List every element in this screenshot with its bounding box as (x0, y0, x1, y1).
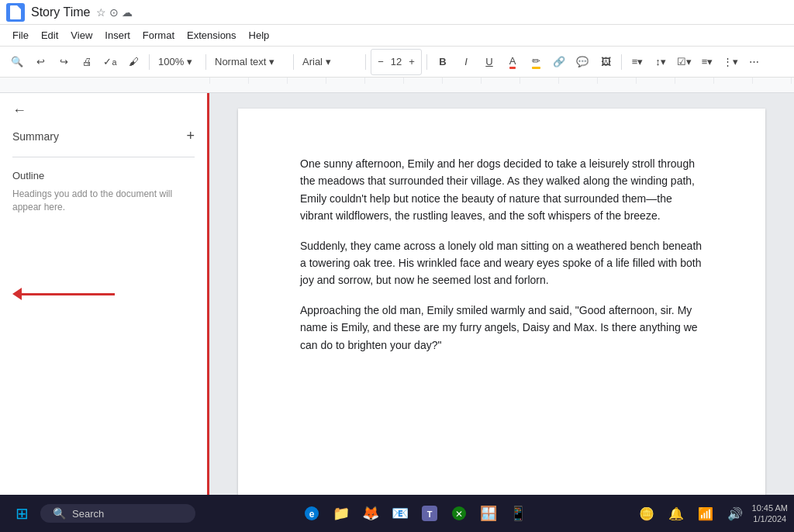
sidebar-outline-label: Outline (12, 170, 195, 181)
taskbar-search-bar[interactable]: 🔍 Search (40, 504, 195, 523)
bullet-list-button[interactable]: ≡▾ (696, 51, 718, 73)
more-button[interactable]: ⋯ (743, 51, 765, 73)
redo-button[interactable]: ↪ (53, 51, 74, 73)
increase-font-button[interactable]: + (406, 51, 418, 73)
cloud-icon[interactable]: ☁ (122, 6, 133, 19)
main-area: ← Summary + Outline Headings you add to … (0, 93, 794, 495)
taskbar-notifications-icon[interactable]: 🔔 (664, 501, 689, 526)
paint-format-button[interactable]: 🖌 (123, 51, 144, 73)
divider-1 (149, 54, 150, 70)
sidebar-add-button[interactable]: + (186, 128, 195, 144)
sidebar-outline-hint: Headings you add to the document will ap… (12, 188, 195, 214)
menu-help[interactable]: Help (243, 28, 276, 43)
paragraph-2: Suddenly, they came across a lonely old … (300, 237, 703, 289)
divider-6 (621, 54, 622, 70)
windows-start-button[interactable]: ⊞ (6, 499, 37, 527)
print-button[interactable]: 🖨 (76, 51, 98, 73)
menu-bar: File Edit View Insert Format Extensions … (0, 25, 794, 47)
divider-2 (205, 54, 206, 70)
menu-view[interactable]: View (64, 28, 98, 43)
windows-icon: ⊞ (16, 504, 29, 523)
sidebar-divider (12, 157, 195, 157)
svg-text:e: e (309, 509, 314, 520)
document-area[interactable]: One sunny afternoon, Emily and her dogs … (209, 93, 794, 495)
chevron-down-icon: ▾ (269, 56, 274, 67)
spellcheck-button[interactable]: ✓a (99, 51, 121, 73)
doc-icon (6, 3, 25, 22)
history-icon[interactable]: ⊙ (109, 6, 119, 19)
taskbar-app-edge[interactable]: e (298, 499, 326, 527)
ruler (0, 78, 794, 93)
taskbar-wifi-icon[interactable]: 📶 (693, 501, 718, 526)
divider-3 (293, 54, 294, 70)
title-bar: Story Time ☆ ⊙ ☁ (0, 0, 794, 25)
taskbar-system-tray: 🪙 🔔 📶 🔊 10:45 AM 1/1/2024 (634, 501, 788, 526)
ruler-inner (209, 78, 794, 92)
svg-text:T: T (426, 510, 432, 519)
paragraph-3: Approaching the old man, Emily smiled wa… (300, 302, 703, 354)
chevron-down-icon: ▾ (326, 56, 331, 67)
line-spacing-button[interactable]: ↕▾ (650, 51, 671, 73)
taskbar-sound-icon[interactable]: 🔊 (723, 501, 747, 526)
sidebar-summary-section: Summary + (12, 128, 195, 144)
sidebar-summary-label: Summary (12, 130, 59, 143)
image-button[interactable]: 🖼 (595, 51, 616, 73)
text-color-button[interactable]: A (502, 51, 523, 73)
document-page: One sunny afternoon, Emily and her dogs … (238, 109, 765, 495)
decrease-font-button[interactable]: − (375, 51, 387, 73)
underline-button[interactable]: U (478, 51, 500, 73)
star-icon[interactable]: ☆ (96, 6, 106, 19)
taskbar-app-folder[interactable]: 📁 (327, 499, 355, 527)
menu-file[interactable]: File (6, 28, 35, 43)
red-arrow (12, 288, 115, 300)
taskbar-search-label: Search (72, 508, 104, 520)
menu-edit[interactable]: Edit (35, 28, 64, 43)
arrow-head (12, 288, 22, 300)
divider-5 (426, 54, 427, 70)
sidebar: ← Summary + Outline Headings you add to … (0, 93, 209, 495)
italic-button[interactable]: I (455, 51, 477, 73)
numbered-list-button[interactable]: ⋮▾ (720, 51, 741, 73)
font-select[interactable]: Arial ▾ (299, 54, 361, 70)
toolbar: 🔍 ↩ ↪ 🖨 ✓a 🖌 100% ▾ Normal text ▾ Arial … (0, 47, 794, 78)
taskbar-search-icon: 🔍 (53, 507, 66, 520)
bold-button[interactable]: B (432, 51, 454, 73)
taskbar-app-outlook[interactable]: 📧 (386, 499, 414, 527)
sidebar-back-button[interactable]: ← (12, 102, 195, 119)
menu-insert[interactable]: Insert (98, 28, 136, 43)
taskbar-app-xbox[interactable]: ✕ (445, 499, 473, 527)
taskbar-coin-icon[interactable]: 🪙 (634, 501, 659, 526)
svg-text:✕: ✕ (455, 509, 463, 520)
taskbar-app-teams[interactable]: T (416, 499, 444, 527)
arrow-line (22, 293, 115, 295)
taskbar-apps: e 📁 🦊 📧 T ✕ 🪟 📱 (198, 499, 631, 527)
chevron-down-icon: ▾ (187, 56, 192, 67)
document-title[interactable]: Story Time (31, 5, 90, 19)
search-button[interactable]: 🔍 (6, 51, 28, 73)
style-select[interactable]: Normal text ▾ (211, 54, 288, 70)
undo-button[interactable]: ↩ (29, 51, 51, 73)
taskbar-app-firefox[interactable]: 🦊 (357, 499, 385, 527)
taskbar-app-mail[interactable]: 📱 (504, 499, 532, 527)
menu-format[interactable]: Format (136, 28, 181, 43)
align-button[interactable]: ≡▾ (627, 51, 648, 73)
taskbar: ⊞ 🔍 Search e 📁 🦊 📧 T ✕ 🪟 📱 🪙 🔔 📶 🔊 10:45… (0, 495, 794, 532)
zoom-select[interactable]: 100% ▾ (154, 54, 201, 70)
menu-extensions[interactable]: Extensions (181, 28, 243, 43)
font-size-value[interactable]: 12 (387, 56, 406, 67)
link-button[interactable]: 🔗 (548, 51, 570, 73)
taskbar-app-store[interactable]: 🪟 (475, 499, 502, 527)
divider-4 (365, 54, 366, 70)
font-size-area: − 12 + (371, 49, 422, 75)
checklist-button[interactable]: ☑▾ (673, 51, 695, 73)
paragraph-1: One sunny afternoon, Emily and her dogs … (300, 155, 703, 225)
highlight-button[interactable]: ✏ (525, 51, 547, 73)
comment-button[interactable]: 💬 (571, 51, 593, 73)
taskbar-clock: 10:45 AM 1/1/2024 (752, 503, 788, 525)
